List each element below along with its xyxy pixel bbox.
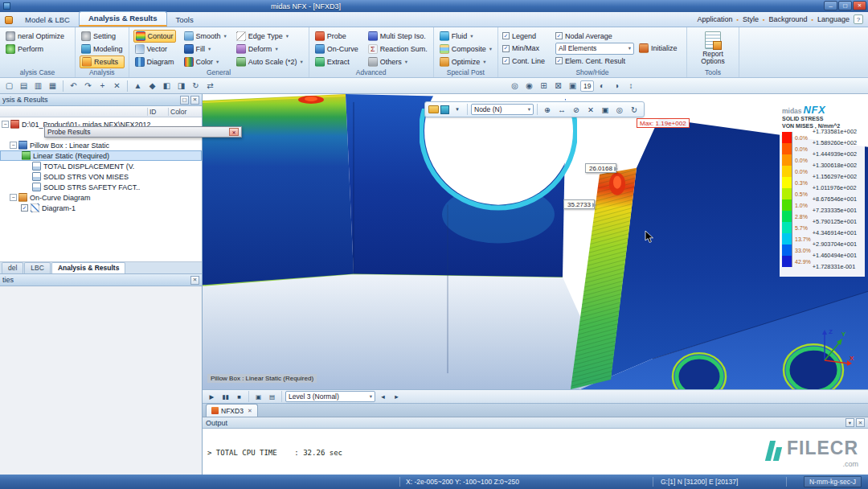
close-icon[interactable]: ✕ [856,418,865,427]
snapshot-icon[interactable]: ▤ [266,391,278,402]
general-optimize-button[interactable]: neral Optimize [4,30,71,43]
diagram-button[interactable]: Diagram [133,55,176,68]
step-prev-icon[interactable]: ◄ [377,391,389,402]
on-curve-button[interactable]: On-Curve [313,43,360,55]
pause-icon[interactable]: ▮▮ [219,391,231,402]
close-tab-icon[interactable]: ✕ [248,408,252,414]
edge-type-dropdown[interactable]: Edge Type▾ [235,30,305,43]
tree-item-result-safety[interactable]: SOLID STRS SAFETY FACT.. [0,182,202,192]
add-probe-icon[interactable]: ⊕ [541,104,554,116]
tree-item-result-displacement[interactable]: TOTAL DISPLACEMENT (V. [0,161,202,171]
model-render[interactable] [203,94,868,389]
probe-button[interactable]: Probe [313,30,360,43]
snap-icon[interactable]: ◆ [145,80,159,92]
tree-item-subcase[interactable]: Linear Static (Required) [0,150,202,161]
menu-language[interactable]: Language [817,15,850,23]
step-next-icon[interactable]: ► [391,391,403,402]
menu-style[interactable]: Style [743,15,759,23]
view-right-icon[interactable]: ◨ [174,80,188,92]
add-icon[interactable]: + [96,80,109,92]
print-icon[interactable]: ▦ [46,80,59,92]
grid-icon[interactable]: ▣ [599,104,612,116]
refresh-icon[interactable]: ↻ [628,104,641,116]
chevron-down-icon[interactable]: ▾ [845,418,854,427]
pan-icon[interactable]: ◑ [609,80,623,92]
probe-tag-1[interactable]: 26.0168 [585,163,616,173]
min-max-checkbox[interactable]: ✓ Min/Max [502,43,552,55]
measure-icon[interactable]: ↔ [555,104,568,116]
nodal-average-checkbox[interactable]: ✓ Nodal Average [555,30,634,42]
auto-scale-dropdown[interactable]: Auto Scale (*2)▾ [235,55,305,68]
save-icon[interactable]: ▥ [31,80,45,92]
tab-tools[interactable]: Tools [167,14,203,27]
status-unit-system[interactable]: N-mm-kg-sec-J [804,475,862,489]
tab-model[interactable]: del [2,262,23,273]
minimize-button[interactable]: ─ [824,1,837,10]
probe-results-dialog[interactable]: Probe Results ✕ [44,126,242,138]
record-icon[interactable]: ▣ [252,391,264,402]
capture-icon[interactable] [440,105,449,114]
load-result-icon[interactable] [428,105,439,113]
extract-button[interactable]: Extract [313,55,360,68]
smooth-dropdown[interactable]: Smooth▾ [182,30,228,43]
tree-item-oncurve[interactable]: − On-Curve Diagram [0,192,202,203]
view-left-icon[interactable]: ◧ [160,80,174,92]
tree-item-case[interactable]: − Pillow Box : Linear Static [0,140,202,150]
display-level-badge[interactable]: 19 [580,80,594,92]
expander-icon[interactable]: − [10,194,17,201]
expander-icon[interactable]: − [2,121,9,128]
contour-button[interactable]: Contour [133,30,176,43]
others-dropdown[interactable]: Others▾ [366,55,429,68]
delete-icon[interactable]: ✕ [110,80,124,92]
tab-analysis-results[interactable]: Analysis & Results [79,11,167,27]
composite-dropdown[interactable]: Composite▾ [438,43,493,55]
refresh-icon[interactable]: ↻ [189,80,203,92]
close-icon[interactable]: ✕ [190,96,199,105]
legend-checkbox[interactable]: ✓ Legend [502,30,552,42]
target-icon[interactable]: ◎ [613,104,626,116]
tab-model-lbc[interactable]: Model & LBC [16,14,79,27]
perform-button[interactable]: Perform [4,43,71,55]
help-icon[interactable]: ? [854,14,863,24]
stop-icon[interactable]: ■ [233,391,245,402]
setting-button[interactable]: Setting [80,30,125,43]
checkbox-icon[interactable]: ✓ [21,204,28,212]
model-viewport[interactable]: ▾ Node (N) ▾ ⊕ ↔ ⊘ ✕ ▣ ◎ ↻ [203,94,868,390]
elem-cent-result-checkbox[interactable]: ✓ Elem. Cent. Result [555,55,634,67]
all-elements-select[interactable]: All Elements ▾ [555,43,634,55]
redo-icon[interactable]: ↷ [81,80,95,92]
render-icon[interactable]: ▣ [566,80,579,92]
results-button[interactable]: Results [80,55,125,68]
modeling-button[interactable]: Modeling [80,43,125,55]
vector-button[interactable]: Vector [133,43,176,55]
tab-lbc[interactable]: LBC [24,262,51,273]
grid-icon[interactable]: ⊞ [537,80,551,92]
multi-step-iso-button[interactable]: Multi Step Iso. [366,30,429,43]
wireframe-icon[interactable]: ◎ [508,80,522,92]
delete-probe-icon[interactable]: ✕ [584,104,597,116]
close-button[interactable]: ✕ [853,1,866,10]
tree-item-result-von-mises[interactable]: SOLID STRS VON MISES [0,171,202,182]
zoom-icon[interactable]: ↕ [624,80,637,92]
column-id[interactable]: ID [147,108,168,116]
cont-line-checkbox[interactable]: ✓ Cont. Line [502,55,552,67]
menu-background[interactable]: Background [768,15,807,23]
clip-icon[interactable]: ⊘ [570,104,583,116]
probe-tag-2[interactable]: 35.2733 [563,199,595,209]
select-icon[interactable]: ▲ [131,80,145,92]
initialize-button[interactable]: Initialize [637,42,682,55]
color-dropdown[interactable]: Color▾ [182,55,228,68]
shade-icon[interactable]: ◉ [522,80,536,92]
pin-icon[interactable]: ▢ [180,96,189,105]
pick-type-select[interactable]: Node (N) ▾ [471,104,534,115]
maximize-button[interactable]: ▢ [838,1,852,10]
open-file-icon[interactable]: ▤ [17,80,31,92]
undo-icon[interactable]: ↶ [67,80,80,92]
new-file-icon[interactable]: ▢ [2,80,16,92]
document-tab-nfxd3[interactable]: NFXD3 ✕ [206,404,258,417]
close-icon[interactable]: ✕ [229,128,239,136]
optimize-dropdown[interactable]: Optimize▾ [438,55,493,68]
menu-application[interactable]: Application [697,15,732,23]
tab-analysis-results-panel[interactable]: Analysis & Results [51,262,126,273]
close-icon[interactable]: ✕ [190,276,199,285]
